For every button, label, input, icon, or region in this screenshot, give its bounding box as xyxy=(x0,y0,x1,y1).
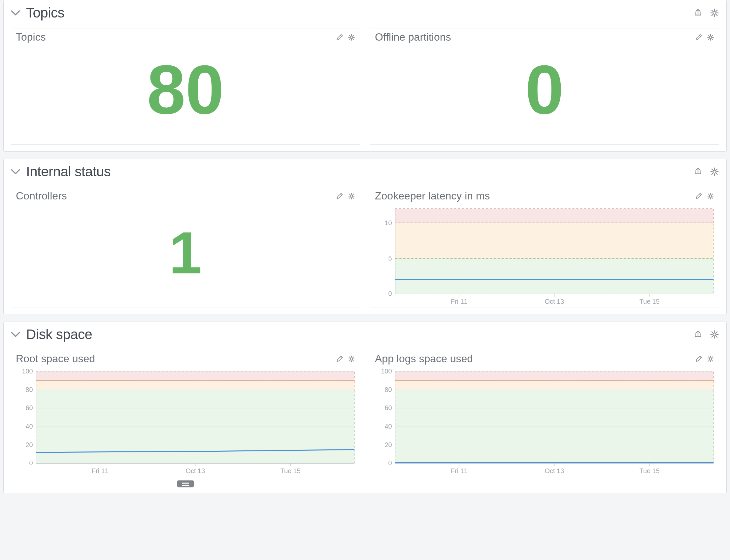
chevron-down-icon[interactable] xyxy=(11,331,20,338)
chart-app-logs-space[interactable]: 0 20 40 60 80 100 Fri 11 Oct 13 Tue 15 xyxy=(370,367,719,480)
svg-text:Tue 15: Tue 15 xyxy=(281,467,301,474)
share-icon[interactable] xyxy=(693,8,703,17)
metric-value: 1 xyxy=(11,204,360,307)
svg-rect-18 xyxy=(36,381,355,390)
panel-root-space: Root space used xyxy=(11,350,360,480)
gear-icon[interactable] xyxy=(707,355,714,363)
svg-text:40: 40 xyxy=(26,423,33,430)
svg-text:0: 0 xyxy=(388,460,392,467)
svg-rect-19 xyxy=(36,371,355,381)
pencil-icon[interactable] xyxy=(695,355,702,363)
section-title: Topics xyxy=(26,5,64,21)
svg-text:Tue 15: Tue 15 xyxy=(640,298,660,305)
gear-icon[interactable] xyxy=(707,34,714,41)
svg-text:Oct 13: Oct 13 xyxy=(186,467,205,474)
gear-icon[interactable] xyxy=(348,355,355,363)
gear-icon[interactable] xyxy=(710,167,719,176)
svg-text:Oct 13: Oct 13 xyxy=(545,467,564,474)
section-title: Internal status xyxy=(26,164,111,180)
panel-app-logs-space: App logs space used xyxy=(370,350,719,480)
section-disk-space: Disk space Root space used xyxy=(3,322,727,493)
svg-text:40: 40 xyxy=(385,423,392,430)
panel-zk-latency: Zookeeper latency in ms xyxy=(370,187,719,307)
pencil-icon[interactable] xyxy=(336,34,343,41)
svg-text:Fri 11: Fri 11 xyxy=(451,467,468,474)
metric-value: 0 xyxy=(370,45,719,144)
chevron-down-icon[interactable] xyxy=(11,168,20,176)
pencil-icon[interactable] xyxy=(336,193,343,200)
svg-text:80: 80 xyxy=(26,386,33,393)
section-topics: Topics Topics 80 Of xyxy=(3,0,727,152)
gear-icon[interactable] xyxy=(348,193,355,200)
panel-offline-partitions: Offline partitions 0 xyxy=(370,28,719,145)
svg-rect-43 xyxy=(395,371,713,381)
panel-title: App logs space used xyxy=(375,353,473,365)
svg-text:100: 100 xyxy=(381,368,392,375)
panel-title: Root space used xyxy=(16,353,95,365)
gear-icon[interactable] xyxy=(710,8,719,17)
svg-text:Fri 11: Fri 11 xyxy=(92,467,109,474)
gear-icon[interactable] xyxy=(348,34,355,41)
svg-text:0: 0 xyxy=(388,290,392,297)
panel-controllers: Controllers 1 xyxy=(11,187,360,307)
svg-text:Fri 11: Fri 11 xyxy=(451,298,468,305)
pencil-icon[interactable] xyxy=(336,355,343,363)
svg-rect-1 xyxy=(395,259,713,294)
svg-rect-3 xyxy=(395,209,713,223)
svg-text:60: 60 xyxy=(385,404,392,411)
svg-text:10: 10 xyxy=(385,219,392,227)
section-header: Disk space xyxy=(11,327,719,342)
chart-zk-latency[interactable]: 0 5 10 Fri 11 Oct 13 Tue 15 xyxy=(370,204,719,307)
section-title: Disk space xyxy=(26,327,92,342)
panel-title: Controllers xyxy=(16,190,67,202)
panel-topics-count: Topics 80 xyxy=(11,28,360,145)
section-header: Internal status xyxy=(11,164,719,180)
share-icon[interactable] xyxy=(693,330,703,339)
svg-text:20: 20 xyxy=(385,441,392,448)
metric-value: 80 xyxy=(11,45,360,144)
panel-title: Zookeeper latency in ms xyxy=(375,190,490,202)
svg-text:Oct 13: Oct 13 xyxy=(545,298,564,305)
gear-icon[interactable] xyxy=(707,193,714,200)
svg-text:100: 100 xyxy=(22,368,33,375)
svg-rect-2 xyxy=(395,223,713,259)
svg-text:0: 0 xyxy=(29,460,33,467)
chart-root-space[interactable]: 0 20 40 60 80 100 Fri 11 Oct 13 Tue 15 xyxy=(11,367,360,480)
pencil-icon[interactable] xyxy=(695,34,702,41)
section-header: Topics xyxy=(11,5,719,21)
pencil-icon[interactable] xyxy=(695,193,702,200)
svg-text:20: 20 xyxy=(26,441,33,448)
legend-icon[interactable] xyxy=(177,480,194,487)
section-internal-status: Internal status Controllers 1 xyxy=(3,159,727,314)
chevron-down-icon[interactable] xyxy=(11,9,20,17)
svg-text:Tue 15: Tue 15 xyxy=(640,467,660,474)
svg-text:5: 5 xyxy=(388,255,392,262)
panel-title: Topics xyxy=(16,31,46,43)
gear-icon[interactable] xyxy=(710,330,719,339)
panel-title: Offline partitions xyxy=(375,31,451,43)
share-icon[interactable] xyxy=(693,167,703,176)
svg-rect-42 xyxy=(395,381,713,390)
svg-text:60: 60 xyxy=(26,404,33,411)
svg-text:80: 80 xyxy=(385,386,392,393)
